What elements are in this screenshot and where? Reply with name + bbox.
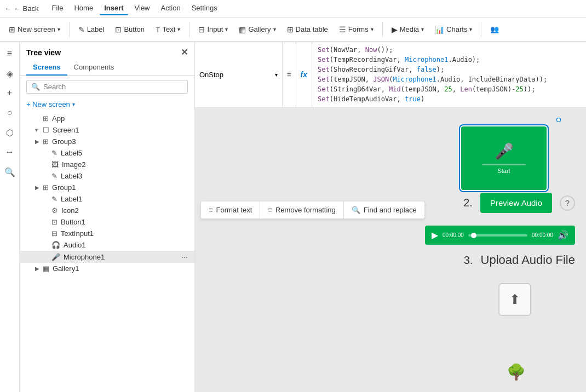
icon2-label: Icon2: [61, 206, 188, 215]
tab-screens[interactable]: Screens: [26, 60, 67, 76]
tree-view-header: Tree view ✕: [20, 42, 194, 60]
screen1-icon: ☐: [43, 126, 49, 134]
variables-icon[interactable]: ↔: [2, 145, 18, 160]
label5-label: Label5: [61, 149, 188, 157]
hamburger-icon[interactable]: ≡: [2, 46, 18, 61]
add-icon[interactable]: +: [2, 85, 18, 101]
step3-row: 3. Upload Audio File: [464, 253, 575, 267]
format-text-label: Format text: [216, 206, 252, 214]
tree-item-icon2[interactable]: ⚙ Icon2: [20, 205, 194, 216]
progress-bar: [482, 164, 526, 165]
menu-insert[interactable]: Insert: [100, 2, 128, 15]
tree-item-gallery1[interactable]: ▶ ▦ Gallery1: [20, 263, 194, 274]
menu-action[interactable]: Action: [157, 2, 185, 15]
tree-item-textinput1[interactable]: ⊟ TextInput1: [20, 228, 194, 239]
new-screen-dropdown-icon: ▾: [58, 26, 60, 32]
formula-fx-button[interactable]: fx: [296, 42, 312, 107]
preview-audio-label: Preview Audio: [490, 198, 542, 207]
formula-equals-sign: =: [283, 42, 296, 107]
media-button[interactable]: ▶ Media ▾: [387, 23, 428, 36]
tree-item-label3[interactable]: ✎ Label3: [20, 170, 194, 182]
data-table-button[interactable]: ⊞ Data table: [283, 23, 332, 36]
toolbar-separator-2: [189, 22, 189, 37]
circle-icon[interactable]: ○: [2, 105, 18, 120]
tree-view-title: Tree view: [26, 48, 61, 57]
play-icon[interactable]: ▶: [432, 230, 438, 240]
audio1-label: Audio1: [64, 241, 188, 249]
record-widget[interactable]: 🎤 Start: [460, 125, 548, 191]
tree-item-label1[interactable]: ✎ Label1: [20, 193, 194, 205]
more-button[interactable]: 👥: [486, 23, 503, 36]
tree-item-app[interactable]: ⊞ App: [20, 113, 194, 124]
tree-item-screen1[interactable]: ▾ ☐ Screen1: [20, 124, 194, 136]
gallery1-label: Gallery1: [53, 264, 188, 273]
data-table-btn-label: Data table: [296, 25, 328, 33]
remove-formatting-button[interactable]: ≡ Remove formatting: [260, 201, 343, 218]
tab-components[interactable]: Components: [67, 60, 121, 76]
expand-icon-screen1: ▾: [35, 127, 43, 133]
gallery-button[interactable]: ▦ Gallery ▾: [234, 23, 280, 36]
upload-icon-container: ⬆: [498, 283, 531, 316]
search-magnifier-icon: 🔍: [31, 83, 40, 91]
tree-item-group3[interactable]: ▶ ⊞ Group3: [20, 136, 194, 147]
tree-search-box[interactable]: 🔍: [26, 80, 188, 94]
tree-item-audio1[interactable]: 🎧 Audio1: [20, 239, 194, 251]
label3-icon: ✎: [51, 172, 58, 180]
forms-dropdown-icon: ▾: [371, 26, 374, 32]
find-replace-button[interactable]: 🔍 Find and replace: [344, 201, 424, 218]
search-icon[interactable]: 🔍: [2, 164, 18, 180]
format-text-button[interactable]: ≡ Format text: [201, 201, 260, 218]
new-screen-icon: ⊞: [9, 25, 15, 34]
menu-file[interactable]: File: [48, 2, 68, 15]
text-button[interactable]: T Text ▾: [151, 23, 185, 36]
shapes-icon[interactable]: ◈: [2, 66, 18, 81]
microphone1-more-button[interactable]: ···: [181, 252, 188, 261]
volume-icon[interactable]: 🔊: [558, 230, 568, 240]
tree-item-image2[interactable]: 🖼 Image2: [20, 159, 194, 170]
upload-icon-box[interactable]: ⬆: [498, 283, 531, 316]
button-button[interactable]: ⊡ Button: [111, 23, 149, 36]
tree-view-close-button[interactable]: ✕: [181, 47, 188, 57]
components-icon[interactable]: ⬡: [2, 125, 18, 140]
charts-dropdown-icon: ▾: [469, 26, 472, 32]
formula-content-area[interactable]: Set(NowVar, Now()); Set(TempRecordingVar…: [312, 42, 586, 107]
step2-number: 2.: [463, 197, 473, 209]
handle-bottom-right[interactable]: [556, 118, 561, 122]
input-button[interactable]: ⊟ Input ▾: [194, 23, 232, 36]
tree-item-label5[interactable]: ✎ Label5: [20, 147, 194, 159]
code-line-3: Set(ShowRecordingGifVar, false);: [318, 65, 581, 74]
label1-label: Label1: [61, 195, 188, 203]
help-icon-button[interactable]: ?: [560, 195, 575, 211]
menu-settings[interactable]: Settings: [187, 2, 222, 15]
step2-row: 2. Preview Audio ?: [463, 193, 575, 213]
media-dropdown-icon: ▾: [421, 26, 424, 32]
group1-label: Group1: [52, 183, 188, 192]
menu-view[interactable]: View: [130, 2, 154, 15]
microphone1-label: Microphone1: [64, 253, 181, 261]
tree-item-group1[interactable]: ▶ ⊞ Group1: [20, 182, 194, 193]
text-btn-label: Text: [163, 25, 176, 33]
forms-button[interactable]: ☰ Forms ▾: [335, 23, 378, 36]
charts-button[interactable]: 📊 Charts ▾: [430, 23, 476, 36]
tree-item-button1[interactable]: ⊡ Button1: [20, 216, 194, 228]
label3-label: Label3: [61, 172, 188, 180]
tree-item-microphone1[interactable]: 🎤 Microphone1 ···: [20, 251, 194, 263]
formula-dropdown[interactable]: OnStop ▾: [195, 42, 283, 107]
forms-icon: ☰: [339, 25, 346, 34]
label-button[interactable]: ✎ Label: [74, 23, 109, 36]
back-button[interactable]: ← ← Back: [4, 4, 39, 13]
screen1-label: Screen1: [53, 126, 188, 134]
menu-home[interactable]: Home: [70, 2, 97, 15]
audio-progress-bar[interactable]: [468, 234, 527, 237]
new-screen-tree-label: + New screen: [26, 100, 70, 108]
new-screen-button[interactable]: ⊞ New screen ▾: [4, 23, 65, 36]
audio-player-bar[interactable]: ▶ 00:00:00 00:00:00 🔊: [425, 226, 575, 245]
canvas-formatting-toolbar: ≡ Format text ≡ Remove formatting 🔍 Find…: [200, 201, 425, 219]
tree-items-list: ⊞ App ▾ ☐ Screen1 ▶ ⊞ Group3 ✎: [20, 113, 194, 392]
charts-btn-label: Charts: [446, 25, 467, 33]
tree-view-panel: Tree view ✕ Screens Components 🔍 + New s…: [20, 42, 195, 392]
search-input[interactable]: [43, 83, 183, 91]
code-line-5: Set(StringB64Var, Mid(tempJSON, 25, Len(…: [318, 84, 581, 94]
new-screen-tree-button[interactable]: + New screen ▾: [20, 98, 194, 111]
preview-audio-button[interactable]: Preview Audio: [480, 193, 552, 213]
